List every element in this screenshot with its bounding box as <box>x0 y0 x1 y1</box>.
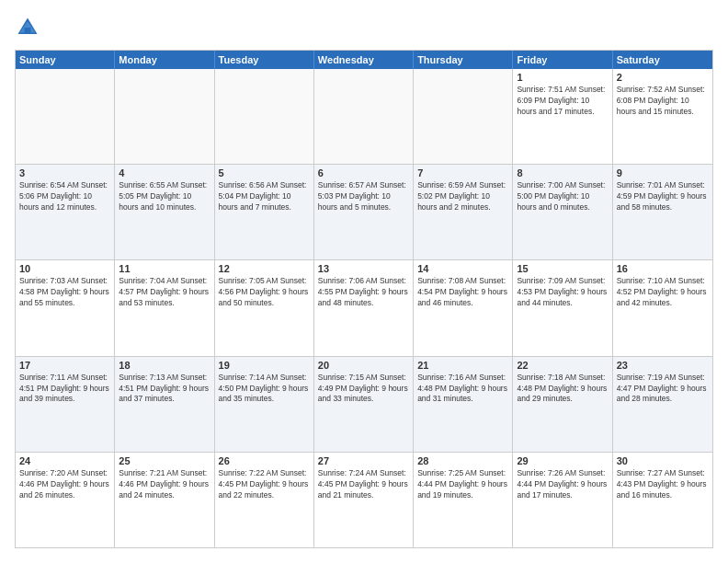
day-info: Sunrise: 7:11 AM Sunset: 4:51 PM Dayligh… <box>19 373 110 406</box>
calendar-cell-17: 17Sunrise: 7:11 AM Sunset: 4:51 PM Dayli… <box>16 357 115 452</box>
calendar-cell-16: 16Sunrise: 7:10 AM Sunset: 4:52 PM Dayli… <box>613 260 712 355</box>
calendar-cell-24: 24Sunrise: 7:20 AM Sunset: 4:46 PM Dayli… <box>16 453 115 547</box>
day-info: Sunrise: 7:27 AM Sunset: 4:43 PM Dayligh… <box>617 468 709 501</box>
calendar-cell-19: 19Sunrise: 7:14 AM Sunset: 4:50 PM Dayli… <box>215 357 314 452</box>
day-number: 28 <box>417 455 508 466</box>
day-info: Sunrise: 7:06 AM Sunset: 4:55 PM Dayligh… <box>318 276 409 309</box>
day-info: Sunrise: 7:25 AM Sunset: 4:44 PM Dayligh… <box>417 468 508 501</box>
calendar-cell-empty-0-1 <box>115 69 214 164</box>
calendar-cell-6: 6Sunrise: 6:57 AM Sunset: 5:03 PM Daylig… <box>314 165 414 259</box>
day-number: 21 <box>417 360 508 371</box>
calendar-cell-2: 2Sunrise: 7:52 AM Sunset: 6:08 PM Daylig… <box>613 69 712 164</box>
day-number: 9 <box>617 167 709 178</box>
day-info: Sunrise: 7:03 AM Sunset: 4:58 PM Dayligh… <box>19 276 110 309</box>
calendar-cell-13: 13Sunrise: 7:06 AM Sunset: 4:55 PM Dayli… <box>314 260 414 355</box>
day-info: Sunrise: 7:01 AM Sunset: 4:59 PM Dayligh… <box>617 180 709 213</box>
header-day-tuesday: Tuesday <box>215 51 314 69</box>
calendar-cell-5: 5Sunrise: 6:56 AM Sunset: 5:04 PM Daylig… <box>215 165 314 259</box>
day-info: Sunrise: 7:26 AM Sunset: 4:44 PM Dayligh… <box>517 468 608 501</box>
day-number: 27 <box>318 455 409 466</box>
calendar-cell-empty-0-0 <box>16 69 115 164</box>
day-number: 8 <box>517 167 608 178</box>
day-number: 18 <box>119 360 210 371</box>
calendar-cell-3: 3Sunrise: 6:54 AM Sunset: 5:06 PM Daylig… <box>16 165 115 259</box>
day-number: 22 <box>517 360 608 371</box>
calendar-cell-18: 18Sunrise: 7:13 AM Sunset: 4:51 PM Dayli… <box>115 357 214 452</box>
day-number: 12 <box>219 263 310 274</box>
calendar-cell-21: 21Sunrise: 7:16 AM Sunset: 4:48 PM Dayli… <box>414 357 513 452</box>
day-info: Sunrise: 7:04 AM Sunset: 4:57 PM Dayligh… <box>119 276 210 309</box>
day-info: Sunrise: 7:51 AM Sunset: 6:09 PM Dayligh… <box>517 85 608 118</box>
calendar-cell-23: 23Sunrise: 7:19 AM Sunset: 4:47 PM Dayli… <box>613 357 712 452</box>
day-number: 10 <box>19 263 110 274</box>
calendar-cell-22: 22Sunrise: 7:18 AM Sunset: 4:48 PM Dayli… <box>513 357 612 452</box>
day-number: 17 <box>19 360 110 371</box>
day-number: 15 <box>517 263 608 274</box>
calendar-cell-10: 10Sunrise: 7:03 AM Sunset: 4:58 PM Dayli… <box>16 260 115 355</box>
day-number: 29 <box>517 455 608 466</box>
day-number: 4 <box>119 167 210 178</box>
day-info: Sunrise: 7:20 AM Sunset: 4:46 PM Dayligh… <box>19 468 110 501</box>
day-number: 14 <box>417 263 508 274</box>
day-number: 20 <box>318 360 409 371</box>
day-number: 7 <box>417 167 508 178</box>
calendar-cell-12: 12Sunrise: 7:05 AM Sunset: 4:56 PM Dayli… <box>215 260 314 355</box>
day-info: Sunrise: 6:54 AM Sunset: 5:06 PM Dayligh… <box>19 180 110 213</box>
day-info: Sunrise: 7:00 AM Sunset: 5:00 PM Dayligh… <box>517 180 608 213</box>
day-info: Sunrise: 7:22 AM Sunset: 4:45 PM Dayligh… <box>219 468 310 501</box>
day-info: Sunrise: 7:08 AM Sunset: 4:54 PM Dayligh… <box>417 276 508 309</box>
day-info: Sunrise: 7:52 AM Sunset: 6:08 PM Dayligh… <box>617 85 709 118</box>
day-info: Sunrise: 7:16 AM Sunset: 4:48 PM Dayligh… <box>417 373 508 406</box>
calendar-cell-empty-0-3 <box>314 69 414 164</box>
day-number: 3 <box>19 167 110 178</box>
calendar-cell-29: 29Sunrise: 7:26 AM Sunset: 4:44 PM Dayli… <box>513 453 612 547</box>
day-number: 16 <box>617 263 709 274</box>
calendar-row-3: 17Sunrise: 7:11 AM Sunset: 4:51 PM Dayli… <box>16 357 712 453</box>
day-info: Sunrise: 7:13 AM Sunset: 4:51 PM Dayligh… <box>119 373 210 406</box>
header-day-saturday: Saturday <box>613 51 712 69</box>
day-number: 2 <box>617 72 709 83</box>
logo <box>15 15 44 40</box>
day-number: 6 <box>318 167 409 178</box>
day-number: 5 <box>219 167 310 178</box>
calendar-cell-30: 30Sunrise: 7:27 AM Sunset: 4:43 PM Dayli… <box>613 453 712 547</box>
header-day-friday: Friday <box>513 51 612 69</box>
day-number: 23 <box>617 360 709 371</box>
calendar-header: SundayMondayTuesdayWednesdayThursdayFrid… <box>16 51 712 69</box>
day-number: 30 <box>617 455 709 466</box>
calendar-cell-4: 4Sunrise: 6:55 AM Sunset: 5:05 PM Daylig… <box>115 165 214 259</box>
day-info: Sunrise: 7:21 AM Sunset: 4:46 PM Dayligh… <box>119 468 210 501</box>
calendar-cell-7: 7Sunrise: 6:59 AM Sunset: 5:02 PM Daylig… <box>414 165 513 259</box>
day-number: 1 <box>517 72 608 83</box>
day-number: 19 <box>219 360 310 371</box>
calendar-cell-26: 26Sunrise: 7:22 AM Sunset: 4:45 PM Dayli… <box>215 453 314 547</box>
calendar-cell-empty-0-2 <box>215 69 314 164</box>
day-number: 13 <box>318 263 409 274</box>
calendar-cell-28: 28Sunrise: 7:25 AM Sunset: 4:44 PM Dayli… <box>414 453 513 547</box>
calendar-cell-15: 15Sunrise: 7:09 AM Sunset: 4:53 PM Dayli… <box>513 260 612 355</box>
calendar-cell-8: 8Sunrise: 7:00 AM Sunset: 5:00 PM Daylig… <box>513 165 612 259</box>
header-day-sunday: Sunday <box>16 51 115 69</box>
header-day-thursday: Thursday <box>414 51 513 69</box>
calendar-cell-9: 9Sunrise: 7:01 AM Sunset: 4:59 PM Daylig… <box>613 165 712 259</box>
calendar-cell-27: 27Sunrise: 7:24 AM Sunset: 4:45 PM Dayli… <box>314 453 414 547</box>
header-day-wednesday: Wednesday <box>314 51 414 69</box>
day-info: Sunrise: 6:56 AM Sunset: 5:04 PM Dayligh… <box>219 180 310 213</box>
day-number: 11 <box>119 263 210 274</box>
calendar-row-1: 3Sunrise: 6:54 AM Sunset: 5:06 PM Daylig… <box>16 165 712 260</box>
day-info: Sunrise: 7:10 AM Sunset: 4:52 PM Dayligh… <box>617 276 709 309</box>
day-info: Sunrise: 6:59 AM Sunset: 5:02 PM Dayligh… <box>417 180 508 213</box>
calendar-body: 1Sunrise: 7:51 AM Sunset: 6:09 PM Daylig… <box>16 69 712 547</box>
day-info: Sunrise: 6:57 AM Sunset: 5:03 PM Dayligh… <box>318 180 409 213</box>
day-info: Sunrise: 7:19 AM Sunset: 4:47 PM Dayligh… <box>617 373 709 406</box>
calendar-grid: SundayMondayTuesdayWednesdayThursdayFrid… <box>15 50 713 548</box>
calendar-cell-20: 20Sunrise: 7:15 AM Sunset: 4:49 PM Dayli… <box>314 357 414 452</box>
calendar-cell-1: 1Sunrise: 7:51 AM Sunset: 6:09 PM Daylig… <box>513 69 612 164</box>
calendar-row-4: 24Sunrise: 7:20 AM Sunset: 4:46 PM Dayli… <box>16 453 712 547</box>
day-info: Sunrise: 7:15 AM Sunset: 4:49 PM Dayligh… <box>318 373 409 406</box>
day-number: 24 <box>19 455 110 466</box>
calendar-row-2: 10Sunrise: 7:03 AM Sunset: 4:58 PM Dayli… <box>16 260 712 356</box>
calendar-cell-14: 14Sunrise: 7:08 AM Sunset: 4:54 PM Dayli… <box>414 260 513 355</box>
day-number: 25 <box>119 455 210 466</box>
day-info: Sunrise: 7:24 AM Sunset: 4:45 PM Dayligh… <box>318 468 409 501</box>
